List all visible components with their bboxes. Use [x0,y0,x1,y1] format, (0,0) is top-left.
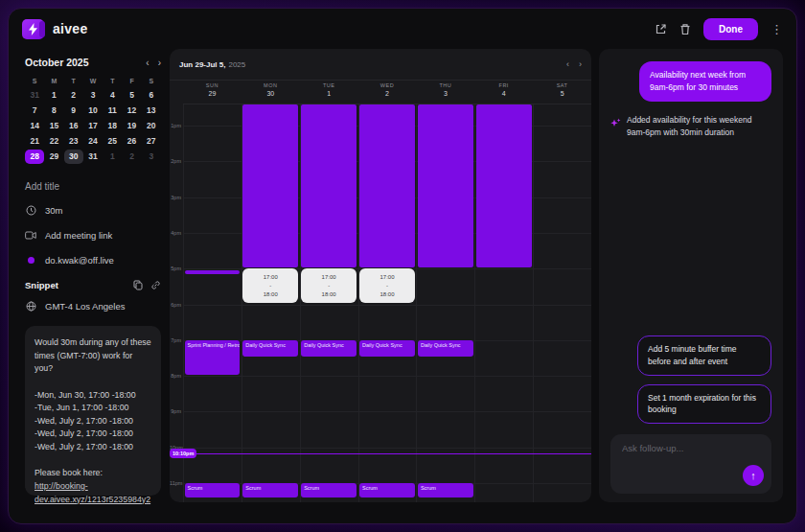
mini-calendar-day[interactable]: 18 [103,119,122,133]
mini-calendar-day[interactable]: 7 [25,104,44,118]
mini-calendar-next-icon[interactable]: › [158,58,161,68]
mini-calendar-day[interactable]: 29 [44,150,63,164]
calendar-event[interactable]: Daily Quick Sync [359,340,415,357]
mini-slot[interactable] [185,270,241,274]
availability-block[interactable] [301,104,356,267]
done-button[interactable]: Done [703,18,758,40]
mini-calendar-day[interactable]: 15 [44,119,63,133]
mini-calendar-day[interactable]: 23 [64,134,83,149]
hour-gridline [183,448,591,449]
mini-calendar-day[interactable]: 31 [25,88,44,103]
mini-calendar-day[interactable]: 6 [142,88,161,103]
availability-block[interactable] [476,104,532,267]
hour-label: 7pm [170,337,181,343]
mini-calendar-day[interactable]: 2 [64,88,83,103]
busy-slot-time: 17:00 [322,274,336,280]
link-icon[interactable] [150,280,161,290]
day-name: MON [242,82,300,88]
mini-calendar-day[interactable]: 28 [25,150,44,164]
suggestion-chips: Add 5 minute buffer time before and afte… [610,335,771,424]
meeting-link-label: Add meeting link [45,230,112,241]
calendar-event[interactable]: Scrum [359,483,415,497]
mini-calendar-day[interactable]: 30 [64,150,83,164]
day-number: 4 [474,90,533,97]
mini-calendar-title: October 2025 [25,57,89,68]
mini-calendar-day[interactable]: 3 [142,150,161,164]
calendar-event[interactable]: Daily Quick Sync [301,340,356,357]
mini-calendar-weekday: S [142,75,161,87]
calendar-next-icon[interactable]: › [579,59,582,69]
calendar-event[interactable]: Daily Quick Sync [242,340,298,357]
calendar-event[interactable]: Daily Quick Sync [418,340,473,357]
share-icon[interactable] [655,23,667,35]
calendar-event[interactable]: Scrum [418,483,473,497]
busy-slot-card[interactable]: 17:00-18:00 [359,268,415,303]
mini-calendar-day[interactable]: 31 [83,150,103,164]
day-name: FRI [474,82,533,88]
mini-calendar-day[interactable]: 21 [25,134,44,149]
mini-calendar-day[interactable]: 20 [142,119,161,133]
calendar-event[interactable]: Scrum [185,483,241,497]
mini-calendar-day[interactable]: 5 [122,88,141,103]
mini-calendar-day[interactable]: 25 [103,134,122,149]
mini-calendar-day[interactable]: 1 [44,88,63,103]
mini-calendar-day[interactable]: 14 [25,119,44,133]
mini-calendar-day[interactable]: 2 [122,150,141,164]
availability-block[interactable] [418,104,473,267]
availability-block[interactable] [242,104,298,267]
topbar-actions: Done ⋮ [655,18,783,40]
mini-calendar-day[interactable]: 19 [122,119,141,133]
mini-calendar-day[interactable]: 4 [103,88,122,103]
calendar-prev-icon[interactable]: ‹ [566,59,569,69]
day-number: 3 [416,90,474,97]
followup-input-box: ↑ [610,434,771,494]
calendar-event[interactable]: Scrum [301,483,356,497]
clock-icon [25,205,36,216]
mini-calendar-weekday: F [122,75,141,87]
calendar-event[interactable]: Sprint Planning / Retrospective [185,340,241,375]
mini-calendar-day[interactable]: 12 [122,104,141,118]
send-button[interactable]: ↑ [743,465,764,486]
suggestion-chip[interactable]: Set 1 month expiration for this booking [637,384,771,425]
calendar-event[interactable]: Scrum [242,483,298,497]
mini-calendar-day[interactable]: 26 [122,134,141,149]
mini-calendar: October 2025 ‹ › SMTWTFS3112345678910111… [25,57,161,164]
mini-calendar-day[interactable]: 9 [64,104,83,118]
ai-message: Added availability for this weekend 9am-… [610,114,771,139]
trash-icon[interactable] [679,23,691,35]
day-header: SAT5 [533,80,591,104]
followup-input[interactable] [620,442,762,454]
mini-calendar-prev-icon[interactable]: ‹ [146,58,149,68]
busy-slot-card[interactable]: 17:00-18:00 [242,268,298,303]
copy-icon[interactable] [133,280,143,290]
availability-block[interactable] [359,104,415,267]
mini-calendar-day[interactable]: 22 [44,134,63,149]
mini-calendar-day[interactable]: 8 [44,104,63,118]
top-bar: aivee Done ⋮ [9,9,796,49]
mini-calendar-day[interactable]: 1 [103,150,122,164]
booking-link[interactable]: http://booking-dev.aivee.xyz/1213r523598… [34,480,151,506]
day-number: 1 [300,90,358,97]
organizer-row[interactable]: do.kwak@off.live [25,255,161,266]
mini-calendar-day[interactable]: 27 [142,134,161,149]
mini-calendar-day[interactable]: 16 [64,119,83,133]
mini-calendar-day[interactable]: 17 [83,119,103,133]
hour-label: 1pm [170,123,181,128]
mini-calendar-day[interactable]: 11 [103,104,122,118]
mini-calendar-day[interactable]: 24 [83,134,103,149]
mini-calendar-day[interactable]: 13 [142,104,161,118]
day-number: 29 [183,90,242,97]
busy-slot-card[interactable]: 17:00-18:00 [301,268,356,303]
mini-calendar-day[interactable]: 10 [83,104,103,118]
meeting-link-row[interactable]: Add meeting link [25,230,161,241]
timezone-row[interactable]: GMT-4 Los Angeles [25,301,161,312]
event-form: Add title 30m Add meeting link do.kwak@o… [25,181,161,266]
calendar-range-title: Jun 29-Jul 5,2025 [179,60,245,69]
mini-calendar-day[interactable]: 3 [83,88,103,103]
suggestion-chip[interactable]: Add 5 minute buffer time before and afte… [637,335,771,376]
duration-row[interactable]: 30m [25,205,161,216]
calendar-color-dot [25,257,36,264]
event-title-input[interactable]: Add title [25,181,161,192]
kebab-menu-icon[interactable]: ⋮ [770,22,783,36]
mini-calendar-weekday: T [103,75,122,87]
